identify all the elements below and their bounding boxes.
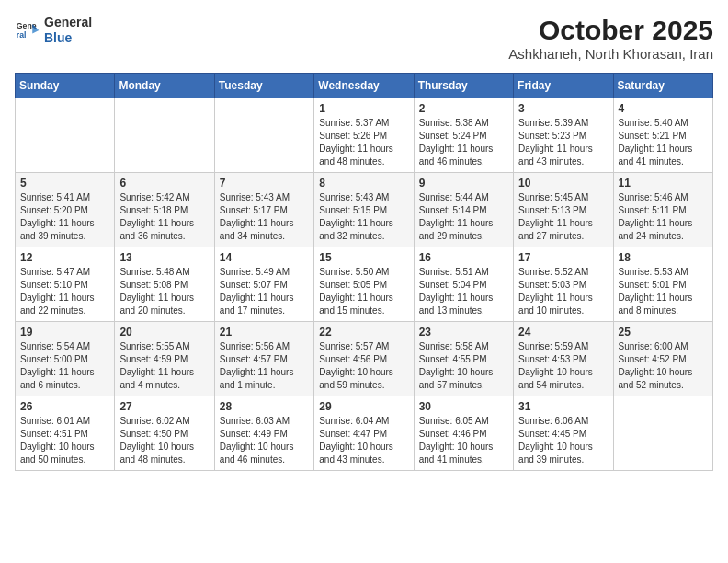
day-info: Sunrise: 5:58 AM Sunset: 4:55 PM Dayligh…	[419, 340, 508, 392]
daylight-text: Daylight: 10 hours and 41 minutes.	[419, 442, 494, 465]
sunrise-text: Sunrise: 5:58 AM	[419, 341, 489, 351]
sunrise-text: Sunrise: 5:57 AM	[319, 341, 389, 351]
sunrise-text: Sunrise: 6:02 AM	[119, 416, 189, 426]
daylight-text: Daylight: 11 hours and 6 minutes.	[20, 367, 95, 390]
calendar-cell	[613, 396, 712, 471]
day-info: Sunrise: 5:44 AM Sunset: 5:14 PM Dayligh…	[419, 191, 508, 243]
daylight-text: Daylight: 10 hours and 39 minutes.	[518, 442, 593, 465]
sunset-text: Sunset: 4:59 PM	[119, 354, 188, 364]
calendar-cell: 7 Sunrise: 5:43 AM Sunset: 5:17 PM Dayli…	[214, 173, 313, 247]
weekday-header-wednesday: Wednesday	[314, 74, 414, 98]
sunset-text: Sunset: 4:49 PM	[220, 429, 288, 439]
day-number: 22	[319, 326, 408, 339]
day-number: 2	[419, 102, 508, 115]
calendar-cell	[16, 98, 115, 173]
sunrise-text: Sunrise: 6:06 AM	[518, 416, 588, 426]
day-info: Sunrise: 5:52 AM Sunset: 5:03 PM Dayligh…	[518, 266, 608, 317]
day-number: 30	[419, 400, 508, 413]
day-number: 3	[518, 102, 608, 115]
calendar-cell: 13 Sunrise: 5:48 AM Sunset: 5:08 PM Dayl…	[115, 247, 214, 322]
sunrise-text: Sunrise: 5:42 AM	[119, 192, 189, 202]
day-number: 8	[319, 177, 408, 190]
sunrise-text: Sunrise: 5:41 AM	[20, 192, 90, 202]
daylight-text: Daylight: 11 hours and 1 minute.	[220, 367, 294, 390]
day-info: Sunrise: 5:48 AM Sunset: 5:08 PM Dayligh…	[119, 266, 209, 317]
sunset-text: Sunset: 5:13 PM	[518, 205, 586, 215]
sunrise-text: Sunrise: 5:37 AM	[319, 118, 389, 128]
sunrise-text: Sunrise: 5:50 AM	[319, 267, 389, 277]
sunrise-text: Sunrise: 5:45 AM	[518, 192, 588, 202]
calendar-cell: 17 Sunrise: 5:52 AM Sunset: 5:03 PM Dayl…	[514, 247, 613, 322]
calendar-cell: 30 Sunrise: 6:05 AM Sunset: 4:46 PM Dayl…	[414, 396, 513, 471]
sunrise-text: Sunrise: 5:49 AM	[220, 267, 290, 277]
day-info: Sunrise: 6:03 AM Sunset: 4:49 PM Dayligh…	[220, 415, 309, 466]
sunrise-text: Sunrise: 6:03 AM	[220, 416, 290, 426]
daylight-text: Daylight: 10 hours and 50 minutes.	[20, 442, 95, 465]
day-number: 14	[220, 251, 309, 264]
sunrise-text: Sunrise: 5:44 AM	[419, 192, 489, 202]
sunset-text: Sunset: 5:20 PM	[20, 205, 88, 215]
calendar-cell: 20 Sunrise: 5:55 AM Sunset: 4:59 PM Dayl…	[115, 322, 214, 396]
sunrise-text: Sunrise: 5:51 AM	[419, 267, 489, 277]
sunset-text: Sunset: 4:55 PM	[419, 354, 487, 364]
sunrise-text: Sunrise: 5:46 AM	[619, 192, 688, 202]
calendar-cell: 29 Sunrise: 6:04 AM Sunset: 4:47 PM Dayl…	[314, 396, 414, 471]
day-number: 27	[119, 400, 209, 413]
calendar-cell: 9 Sunrise: 5:44 AM Sunset: 5:14 PM Dayli…	[414, 173, 513, 247]
calendar-week-2: 5 Sunrise: 5:41 AM Sunset: 5:20 PM Dayli…	[16, 173, 713, 247]
calendar-week-3: 12 Sunrise: 5:47 AM Sunset: 5:10 PM Dayl…	[16, 247, 713, 322]
daylight-text: Daylight: 10 hours and 48 minutes.	[119, 442, 194, 465]
sunset-text: Sunset: 4:56 PM	[319, 354, 387, 364]
day-number: 24	[518, 326, 608, 339]
sunrise-text: Sunrise: 5:54 AM	[20, 341, 90, 351]
day-info: Sunrise: 5:45 AM Sunset: 5:13 PM Dayligh…	[518, 191, 608, 243]
day-info: Sunrise: 5:37 AM Sunset: 5:26 PM Dayligh…	[319, 117, 408, 168]
day-number: 4	[619, 102, 708, 115]
daylight-text: Daylight: 11 hours and 46 minutes.	[419, 144, 494, 167]
day-info: Sunrise: 5:40 AM Sunset: 5:21 PM Dayligh…	[619, 117, 708, 168]
day-info: Sunrise: 6:06 AM Sunset: 4:45 PM Dayligh…	[518, 415, 608, 466]
day-number: 1	[319, 102, 408, 115]
day-info: Sunrise: 5:41 AM Sunset: 5:20 PM Dayligh…	[20, 191, 109, 243]
day-number: 5	[20, 177, 109, 190]
daylight-text: Daylight: 10 hours and 54 minutes.	[518, 367, 593, 390]
calendar-cell: 16 Sunrise: 5:51 AM Sunset: 5:04 PM Dayl…	[414, 247, 513, 322]
sunrise-text: Sunrise: 5:38 AM	[419, 118, 489, 128]
sunrise-text: Sunrise: 5:53 AM	[619, 267, 688, 277]
sunset-text: Sunset: 5:04 PM	[419, 280, 487, 290]
calendar-week-1: 1 Sunrise: 5:37 AM Sunset: 5:26 PM Dayli…	[16, 98, 713, 173]
calendar-cell: 2 Sunrise: 5:38 AM Sunset: 5:24 PM Dayli…	[414, 98, 513, 173]
sunset-text: Sunset: 5:07 PM	[220, 280, 288, 290]
day-number: 20	[119, 326, 209, 339]
day-number: 16	[419, 251, 508, 264]
calendar-week-4: 19 Sunrise: 5:54 AM Sunset: 5:00 PM Dayl…	[16, 322, 713, 396]
sunset-text: Sunset: 4:50 PM	[119, 429, 188, 439]
day-number: 7	[220, 177, 309, 190]
page-header: Gene ral General Blue October 2025 Ashkh…	[15, 15, 713, 62]
daylight-text: Daylight: 11 hours and 43 minutes.	[518, 144, 593, 167]
calendar-cell: 10 Sunrise: 5:45 AM Sunset: 5:13 PM Dayl…	[514, 173, 613, 247]
daylight-text: Daylight: 11 hours and 15 minutes.	[319, 293, 393, 316]
weekday-header-tuesday: Tuesday	[214, 74, 313, 98]
calendar-week-5: 26 Sunrise: 6:01 AM Sunset: 4:51 PM Dayl…	[16, 396, 713, 471]
logo: Gene ral General Blue	[15, 15, 92, 46]
logo-blue: Blue	[44, 30, 72, 45]
day-info: Sunrise: 5:38 AM Sunset: 5:24 PM Dayligh…	[419, 117, 508, 168]
calendar-cell: 21 Sunrise: 5:56 AM Sunset: 4:57 PM Dayl…	[214, 322, 313, 396]
weekday-header-saturday: Saturday	[613, 74, 712, 98]
day-info: Sunrise: 5:57 AM Sunset: 4:56 PM Dayligh…	[319, 340, 408, 392]
sunset-text: Sunset: 5:10 PM	[20, 280, 88, 290]
sunset-text: Sunset: 5:03 PM	[518, 280, 586, 290]
daylight-text: Daylight: 11 hours and 34 minutes.	[220, 218, 294, 241]
sunset-text: Sunset: 5:21 PM	[619, 131, 687, 141]
daylight-text: Daylight: 11 hours and 48 minutes.	[319, 144, 393, 167]
calendar-cell: 11 Sunrise: 5:46 AM Sunset: 5:11 PM Dayl…	[613, 173, 712, 247]
day-info: Sunrise: 5:47 AM Sunset: 5:10 PM Dayligh…	[20, 266, 109, 317]
day-number: 9	[419, 177, 508, 190]
daylight-text: Daylight: 11 hours and 8 minutes.	[619, 293, 693, 316]
day-info: Sunrise: 6:01 AM Sunset: 4:51 PM Dayligh…	[20, 415, 109, 466]
day-info: Sunrise: 5:39 AM Sunset: 5:23 PM Dayligh…	[518, 117, 608, 168]
day-number: 23	[419, 326, 508, 339]
day-number: 13	[119, 251, 209, 264]
sunset-text: Sunset: 5:14 PM	[419, 205, 487, 215]
